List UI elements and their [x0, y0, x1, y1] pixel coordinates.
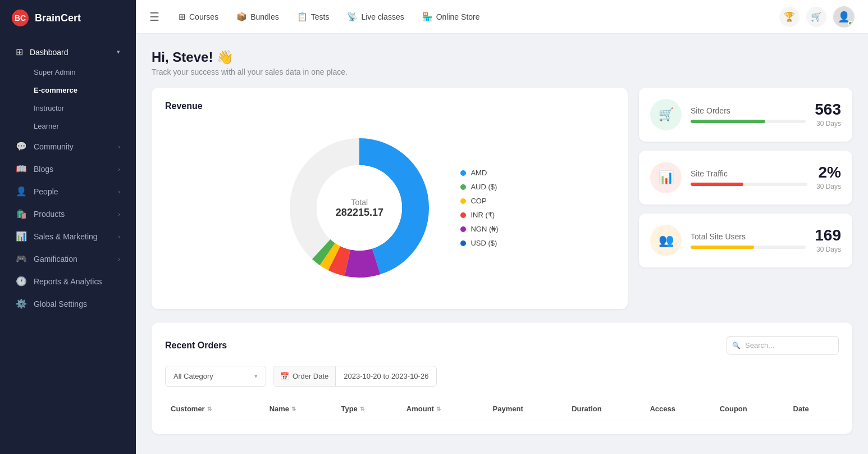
sidebar-navigation: ⊞ Dashboard ▾ Super Admin E-commerce Ins… [0, 36, 136, 320]
traffic-value: 2% [816, 165, 841, 180]
col-payment: Payment [487, 398, 567, 420]
sidebar-item-label: Products [34, 210, 65, 219]
greeting-title: Hi, Steve! 👋 [152, 49, 852, 65]
legend-cop: COP [460, 197, 498, 205]
sidebar-item-settings[interactable]: ⚙️ Global Settings [4, 293, 131, 315]
topnav-links: ⊞ Courses 📦 Bundles 📋 Tests 📡 Live class… [171, 7, 775, 26]
products-icon: 🛍️ [16, 208, 27, 219]
col-name-label: Name [269, 405, 289, 413]
sidebar-item-reports[interactable]: 🕐 Reports & Analytics [4, 270, 131, 292]
user-avatar[interactable]: 👤 [833, 6, 855, 28]
sort-icon-type: ⇅ [360, 406, 364, 412]
sidebar-item-label: People [34, 187, 58, 196]
revenue-chart-wrap: Total 282215.17 AMD AUD ($) [165, 120, 614, 296]
main-content: ☰ ⊞ Courses 📦 Bundles 📋 Tests 📡 Live cla… [136, 0, 868, 454]
blogs-icon: 📖 [16, 164, 27, 174]
category-filter-value: All Category [173, 372, 213, 380]
col-duration-label: Duration [572, 405, 601, 413]
settings-icon: ⚙️ [16, 298, 27, 309]
col-customer[interactable]: Customer ⇅ [165, 398, 264, 420]
legend-color-inr [460, 212, 466, 218]
sidebar-item-label: Blogs [34, 165, 53, 174]
orders-header: Recent Orders 🔍 [165, 336, 839, 355]
traffic-progress-fill [691, 183, 743, 186]
sidebar-item-products[interactable]: 🛍️ Products › [4, 203, 131, 225]
dashboard-grid: Revenue [152, 88, 852, 309]
legend-color-amd [460, 170, 466, 176]
sidebar-logo[interactable]: BC BrainCert [0, 0, 136, 36]
topnav-bundles-label: Bundles [250, 12, 279, 21]
people-icon: 👤 [16, 186, 27, 197]
community-icon: 💬 [16, 141, 27, 152]
sidebar-item-dashboard[interactable]: ⊞ Dashboard ▾ [4, 41, 131, 63]
topnav-online-store-label: Online Store [436, 12, 480, 21]
sort-icon-amount: ⇅ [436, 406, 441, 412]
col-duration: Duration [566, 398, 644, 420]
sidebar-item-label: Community [34, 142, 74, 151]
col-type[interactable]: Type ⇅ [335, 398, 400, 420]
sidebar-item-gamification[interactable]: 🎮 Gamification › [4, 248, 131, 270]
greeting-subtitle: Track your success with all your sales d… [152, 67, 852, 76]
revenue-card: Revenue [152, 88, 628, 309]
users-value-col: 169 30 Days [815, 228, 841, 253]
users-progress-bar [691, 246, 806, 249]
col-amount[interactable]: Amount ⇅ [401, 398, 487, 420]
col-customer-label: Customer [171, 405, 205, 413]
sidebar-subitem-instructor[interactable]: Instructor [4, 99, 131, 117]
legend-color-aud [460, 184, 466, 190]
sidebar-item-community[interactable]: 💬 Community › [4, 135, 131, 157]
users-stat-info: Total Site Users [691, 232, 806, 249]
topnav-courses-label: Courses [189, 12, 218, 21]
hamburger-menu-button[interactable]: ☰ [149, 10, 159, 24]
topnav-bundles[interactable]: 📦 Bundles [229, 7, 287, 26]
chevron-down-icon: ▾ [117, 48, 120, 56]
topnav-online-store[interactable]: 🏪 Online Store [414, 7, 488, 26]
topnav-courses[interactable]: ⊞ Courses [171, 7, 226, 26]
sidebar-item-label: Reports & Analytics [34, 277, 102, 286]
stat-card-users: 👥 Total Site Users 169 30 Days [639, 214, 852, 267]
donut-chart: Total 282215.17 [281, 129, 438, 287]
date-filter-label: 📅 Order Date [273, 366, 336, 386]
legend-ngn: NGN (₦) [460, 225, 498, 233]
sidebar-subitem-learner[interactable]: Learner [4, 117, 131, 135]
category-filter[interactable]: All Category ▾ [165, 366, 266, 387]
col-type-label: Type [341, 405, 357, 413]
sidebar-subitem-ecommerce[interactable]: E-commerce [4, 81, 131, 99]
col-date-label: Date [793, 405, 809, 413]
col-date: Date [788, 398, 839, 420]
traffic-icon-wrap: 📊 [650, 162, 682, 193]
bundles-icon: 📦 [236, 12, 247, 22]
sidebar-subitem-super-admin[interactable]: Super Admin [4, 63, 131, 81]
col-access-label: Access [650, 405, 675, 413]
sidebar-item-label: Sales & Marketing [34, 232, 98, 241]
legend-label-aud: AUD ($) [470, 183, 497, 191]
brand-name: BrainCert [35, 12, 81, 24]
col-amount-label: Amount [406, 405, 434, 413]
users-period: 30 Days [815, 246, 841, 253]
col-name[interactable]: Name ⇅ [264, 398, 336, 420]
col-coupon: Coupon [714, 398, 788, 420]
topnav-tests[interactable]: 📋 Tests [289, 7, 337, 26]
legend-aud: AUD ($) [460, 183, 498, 191]
col-payment-label: Payment [493, 405, 523, 413]
date-filter[interactable]: 📅 Order Date 2023-10-20 to 2023-10-26 [273, 366, 437, 387]
live-classes-icon: 📡 [347, 12, 358, 22]
cart-button[interactable]: 🛒 [806, 7, 826, 27]
braincert-logo-icon: BC [11, 9, 29, 27]
sidebar-item-sales[interactable]: 📊 Sales & Marketing › [4, 225, 131, 247]
sidebar-item-people[interactable]: 👤 People › [4, 180, 131, 202]
filter-chevron-icon: ▾ [254, 373, 258, 380]
orders-table-head: Customer ⇅ Name ⇅ Type [165, 398, 839, 420]
traffic-progress-bar [691, 183, 807, 186]
legend-label-usd: USD ($) [470, 239, 497, 247]
trophy-button[interactable]: 🏆 [779, 7, 800, 27]
col-access: Access [644, 398, 714, 420]
sidebar-item-label: Dashboard [30, 48, 68, 57]
tests-icon: 📋 [297, 12, 308, 22]
page-greeting: Hi, Steve! 👋 Track your success with all… [152, 49, 852, 76]
topnav-live-classes[interactable]: 📡 Live classes [339, 7, 412, 26]
traffic-stat-info: Site Traffic [691, 169, 807, 186]
users-stat-label: Total Site Users [691, 232, 806, 241]
sidebar-item-blogs[interactable]: 📖 Blogs › [4, 158, 131, 180]
orders-search-input[interactable] [727, 336, 839, 355]
